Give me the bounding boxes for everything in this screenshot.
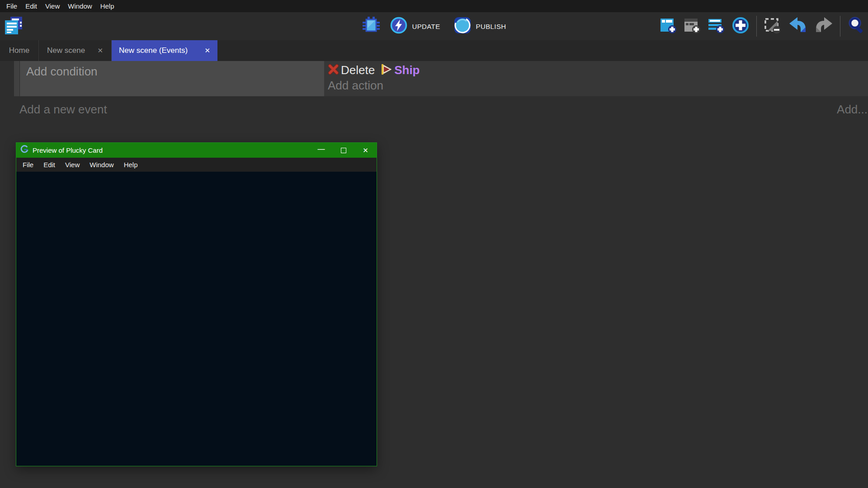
debugger-bug-icon [362,16,381,37]
menu-help[interactable]: Help [96,0,118,12]
preview-menu-file[interactable]: File [18,158,38,172]
add-action-placeholder[interactable]: Add action [328,79,868,93]
tab-new-scene-events[interactable]: New scene (Events) ✕ [112,40,217,61]
redo-button[interactable] [814,16,833,36]
add-comment-button[interactable] [708,17,725,36]
tab-close-icon[interactable]: ✕ [203,46,212,56]
preview-window: Preview of Plucky Card — ✕ File Edit Vie… [16,142,377,466]
toolbar-separator [840,16,840,37]
tab-label: Home [9,46,29,55]
undo-arrow-icon [788,16,807,36]
debugger-button[interactable] [362,16,381,37]
app-window: File Edit View Window Help [0,0,868,488]
main-toolbar: UPDATE PUBLISH [0,12,868,40]
add-circle-icon [731,16,750,36]
add-new-event-placeholder[interactable]: Add a new event [19,103,107,117]
maximize-icon [341,148,346,153]
add-more-placeholder[interactable]: Add... [837,103,868,117]
menu-file[interactable]: File [2,0,21,12]
add-event-icon [660,17,677,36]
tab-label: New scene (Events) [119,46,188,55]
event-row[interactable]: Add condition Delete S [14,61,868,96]
project-manager-button[interactable] [4,16,24,37]
preview-menu-window[interactable]: Window [85,158,118,172]
action-item-delete-ship[interactable]: Delete Ship [328,63,868,77]
editor-tabbar: Home New scene ✕ New scene (Events) ✕ [0,40,868,61]
add-comment-icon [708,17,725,36]
menu-view[interactable]: View [41,0,64,12]
main-menubar: File Edit View Window Help [0,0,868,12]
redo-arrow-icon [814,16,833,36]
delete-cross-icon [328,64,339,77]
tab-close-icon[interactable]: ✕ [95,46,105,56]
tab-new-scene[interactable]: New scene ✕ [39,40,112,61]
event-drag-handle[interactable] [14,61,20,96]
update-lightning-icon [390,16,408,36]
tab-label: New scene [47,46,85,55]
preview-menu-edit[interactable]: Edit [38,158,60,172]
maximize-button[interactable] [332,143,354,158]
menu-edit[interactable]: Edit [21,0,41,12]
action-object-name: Ship [394,63,420,77]
project-manager-icon [4,16,24,37]
minimize-button[interactable]: — [310,143,332,158]
toolbar-separator [756,16,757,37]
ship-object-icon [380,63,392,77]
actions-column: Delete Ship Add action [324,61,868,96]
gdevelop-logo-icon [20,145,29,155]
add-condition-area[interactable]: Add condition [20,61,324,96]
close-button[interactable]: ✕ [354,143,377,158]
delete-selection-button[interactable] [764,16,782,36]
preview-menu-view[interactable]: View [60,158,85,172]
delete-selection-icon [764,16,782,36]
preview-menubar: File Edit View Window Help [16,158,377,172]
preview-window-title: Preview of Plucky Card [33,146,310,154]
tab-home[interactable]: Home [0,40,39,61]
choose-add-event-button[interactable] [731,16,750,36]
add-sub-event-icon [684,17,701,36]
update-button[interactable]: UPDATE [390,16,440,36]
search-icon [847,16,865,36]
publish-planet-icon [453,16,472,37]
undo-button[interactable] [788,16,807,36]
publish-button[interactable]: PUBLISH [453,16,506,37]
publish-label: PUBLISH [476,23,506,30]
preview-game-canvas[interactable] [16,172,377,466]
update-label: UPDATE [412,23,440,30]
search-events-button[interactable] [847,16,865,36]
action-label: Delete [341,63,375,77]
add-condition-placeholder: Add condition [26,65,98,78]
preview-titlebar[interactable]: Preview of Plucky Card — ✕ [16,143,377,158]
add-sub-event-button[interactable] [684,17,701,36]
preview-menu-help[interactable]: Help [119,158,143,172]
add-event-button[interactable] [660,17,677,36]
menu-window[interactable]: Window [64,0,96,12]
